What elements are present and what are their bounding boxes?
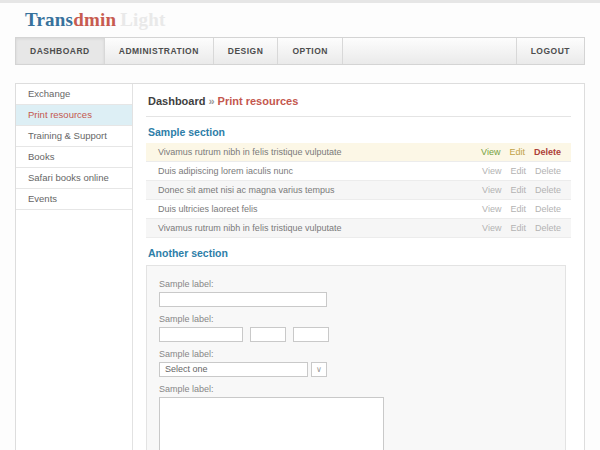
select-one-dropdown[interactable]: Select one ∨ [159,362,553,377]
another-section-title: Another section [148,247,569,259]
sidebar-item-print-resources[interactable]: Print resources [16,105,132,126]
sidebar-item-exchange[interactable]: Exchange [16,84,132,105]
field-label: Sample label: [159,384,553,394]
list-item-text: Vivamus rutrum nibh in felis tristique v… [150,223,482,233]
sidebar-item-books[interactable]: Books [16,147,132,168]
view-link[interactable]: View [481,147,500,157]
delete-link[interactable]: Delete [535,166,561,176]
text-input-small-2[interactable] [293,327,329,342]
sidebar-item-training-support[interactable]: Training & Support [16,126,132,147]
logo-bar: TransdminLight [0,3,600,37]
sample-form: Sample label: Sample label: Sample label… [146,265,566,450]
chevron-down-icon[interactable]: ∨ [311,362,327,377]
field-label: Sample label: [159,349,553,359]
logout-button[interactable]: LOGOUT [516,38,584,64]
row-actions: View Edit Delete [482,223,567,233]
row-actions: View Edit Delete [481,147,567,157]
list-item: Vivamus rutrum nibh in felis tristique v… [146,143,571,162]
list-item-text: Duis ultricies laoreet felis [150,204,482,214]
nav-tab-design[interactable]: DESIGN [214,38,279,64]
content-panel: Exchange Print resources Training & Supp… [15,83,585,450]
triple-input-group [159,327,553,342]
sample-section-title: Sample section [148,126,569,138]
logo-part-light: Light [120,9,165,30]
list-item-text: Vivamus rutrum nibh in felis tristique v… [150,147,481,157]
breadcrumb-dashboard-link[interactable]: Dashboard [148,95,205,107]
select-value: Select one [159,362,308,377]
view-link[interactable]: View [482,166,501,176]
sidebar-item-events[interactable]: Events [16,189,132,210]
field-label: Sample label: [159,314,553,324]
breadcrumb-current-page: Print resources [218,95,299,107]
list-item: Duis ultricies laoreet felis View Edit D… [146,200,571,219]
edit-link[interactable]: Edit [510,185,526,195]
delete-link[interactable]: Delete [535,204,561,214]
delete-link[interactable]: Delete [535,185,561,195]
edit-link[interactable]: Edit [510,204,526,214]
nav-tab-dashboard[interactable]: DASHBOARD [16,38,105,64]
text-input-wide[interactable] [159,292,327,307]
list-item: Duis adipiscing lorem iaculis nunc View … [146,162,571,181]
row-actions: View Edit Delete [482,166,567,176]
row-actions: View Edit Delete [482,204,567,214]
list-item-text: Donec sit amet nisi ac magna varius temp… [150,185,482,195]
delete-link[interactable]: Delete [535,223,561,233]
view-link[interactable]: View [482,204,501,214]
list-item: Donec sit amet nisi ac magna varius temp… [146,181,571,200]
list-item: Vivamus rutrum nibh in felis tristique v… [146,219,571,238]
field-label: Sample label: [159,279,553,289]
app-logo: TransdminLight [25,9,166,30]
text-input-medium[interactable] [159,327,243,342]
main-nav: DASHBOARD ADMINISTRATION DESIGN OPTION L… [15,37,585,65]
text-input-small-1[interactable] [250,327,286,342]
sidebar: Exchange Print resources Training & Supp… [16,84,133,450]
view-link[interactable]: View [482,223,501,233]
nav-tab-administration[interactable]: ADMINISTRATION [105,38,214,64]
list-item-text: Duis adipiscing lorem iaculis nunc [150,166,482,176]
sidebar-item-safari-books-online[interactable]: Safari books online [16,168,132,189]
sample-textarea[interactable] [159,397,384,450]
edit-link[interactable]: Edit [510,223,526,233]
edit-link[interactable]: Edit [510,166,526,176]
view-link[interactable]: View [482,185,501,195]
breadcrumb-separator: » [208,95,214,107]
nav-tab-option[interactable]: OPTION [278,38,343,64]
delete-link[interactable]: Delete [534,147,561,157]
logo-part-dmin: dmin [73,9,116,30]
edit-link[interactable]: Edit [509,147,525,157]
main-area: Dashboard»Print resources Sample section… [133,84,584,450]
row-actions: View Edit Delete [482,185,567,195]
logo-part-trans: Trans [25,9,73,30]
breadcrumb: Dashboard»Print resources [146,84,571,117]
sample-section-list: Vivamus rutrum nibh in felis tristique v… [146,143,571,238]
